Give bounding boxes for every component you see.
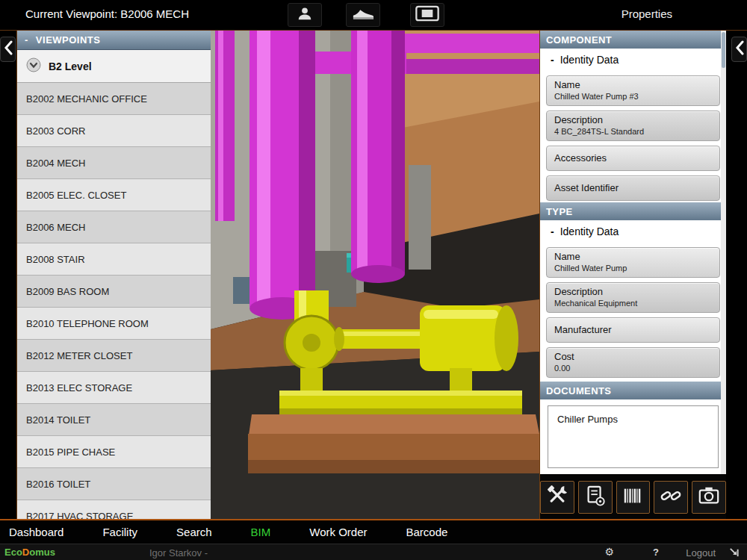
identity-data-label: Identity Data — [560, 225, 619, 237]
ecodomus-logo: EcoDomus — [4, 547, 55, 558]
collapse-left-panel-tab[interactable] — [0, 37, 16, 62]
field-description[interactable]: Description 4 BC_284TS-L Standard — [546, 111, 720, 141]
nav-item-facility[interactable]: Facility — [102, 526, 137, 538]
group-label: B2 Level — [49, 60, 92, 72]
field-label: Name — [554, 251, 712, 262]
top-bar: Current Viewpoint: B2006 MECH Properties — [0, 0, 747, 30]
viewpoint-item[interactable]: B2010 TELEPHONE ROOM — [17, 308, 211, 340]
field-value: 0.00 — [554, 364, 712, 373]
viewpoint-item[interactable]: B2016 TOILET — [17, 468, 211, 500]
viewpoints-header-label: VIEWPOINTS — [36, 34, 101, 46]
barcode-icon — [622, 485, 644, 510]
bottom-nav: Dashboard Facility Search BIM Work Order… — [0, 519, 747, 544]
device-view-button[interactable] — [410, 3, 444, 27]
field-type-description[interactable]: Description Mechanical Equipment — [546, 282, 720, 313]
document-gear-icon — [584, 485, 607, 510]
person-icon — [297, 5, 313, 25]
chevron-left-icon — [4, 40, 13, 58]
viewpoint-item[interactable]: B2008 STAIR — [17, 243, 211, 276]
status-bar: EcoDomus Igor Starkov - ⚙ ? Logout — [0, 544, 747, 560]
logo-part: omus — [29, 547, 55, 558]
viewpoints-panel: - VIEWPOINTS B2 Level B2002 MECHANIC OFF… — [16, 31, 211, 520]
camera-icon — [698, 485, 720, 510]
collapse-icon: - — [551, 225, 554, 237]
field-asset-identifier[interactable]: Asset Identifier — [546, 175, 720, 201]
chevron-down-circle-icon — [26, 57, 41, 75]
viewpoint-group-b2-level[interactable]: B2 Level — [17, 50, 211, 83]
viewpoint-item[interactable]: B2009 BAS ROOM — [17, 276, 211, 308]
field-type-name[interactable]: Name Chilled Water Pump — [546, 247, 720, 278]
link-button[interactable] — [654, 481, 688, 514]
logo-part: Eco — [4, 547, 22, 558]
viewpoint-item[interactable]: B2005 ELEC. CLOSET — [17, 179, 211, 211]
logged-in-user: Igor Starkov - — [149, 547, 208, 559]
field-name[interactable]: Name Chilled Water Pump #3 — [546, 75, 720, 106]
right-edge-strip — [726, 31, 747, 520]
properties-scrollbar[interactable] — [721, 31, 726, 474]
field-value: Chilled Water Pump #3 — [554, 92, 712, 102]
settings-gear-icon[interactable]: ⚙ — [604, 546, 614, 558]
viewpoints-header[interactable]: - VIEWPOINTS — [17, 31, 211, 50]
nav-item-search[interactable]: Search — [176, 526, 212, 538]
current-viewpoint-title: Current Viewpoint: B2006 MECH — [25, 7, 189, 20]
logo-part: D — [22, 547, 29, 558]
barcode-button[interactable] — [616, 481, 651, 514]
field-value: 4 BC_284TS-L Standard — [554, 127, 712, 137]
nav-item-dashboard[interactable]: Dashboard — [9, 526, 63, 538]
viewpoint-item[interactable]: B2006 MECH — [17, 211, 211, 243]
field-manufacturer[interactable]: Manufacturer — [546, 317, 720, 343]
field-label: Manufacturer — [554, 324, 712, 335]
avatar-mode-button[interactable] — [288, 3, 322, 27]
bim-3d-viewport[interactable] — [211, 31, 539, 520]
viewpoint-item[interactable]: B2004 MECH — [17, 147, 211, 179]
nav-item-barcode[interactable]: Barcode — [406, 526, 448, 538]
walk-mode-button[interactable] — [346, 3, 380, 27]
help-button[interactable]: ? — [653, 547, 659, 558]
camera-button[interactable] — [692, 481, 726, 514]
collapse-icon: - — [551, 54, 554, 66]
logout-button[interactable]: Logout — [686, 547, 716, 559]
viewpoint-item[interactable]: B2002 MECHANIC OFFICE — [17, 83, 211, 115]
collapse-right-panel-tab[interactable] — [731, 37, 747, 62]
scrollbar-thumb[interactable] — [722, 32, 725, 68]
actions-toolbar — [539, 474, 726, 520]
component-section-header[interactable]: COMPONENT — [540, 31, 726, 49]
chevron-left-icon — [735, 40, 744, 58]
viewpoint-item[interactable]: B2003 CORR — [17, 115, 211, 147]
viewpoints-list: B2002 MECHANIC OFFICE B2003 CORR B2004 M… — [17, 83, 211, 520]
field-value: Chilled Water Pump — [554, 264, 712, 273]
document-item[interactable]: Chiller Pumps — [548, 405, 719, 468]
link-icon — [660, 485, 682, 510]
tools-button[interactable] — [540, 481, 574, 514]
base-plinth — [248, 414, 539, 473]
viewpoint-item[interactable]: B2017 HVAC STORAGE — [17, 500, 211, 520]
component-identity-row[interactable]: - Identity Data — [540, 49, 726, 71]
type-section-header[interactable]: TYPE — [540, 202, 726, 220]
viewpoint-item[interactable]: B2015 PIPE CHASE — [17, 436, 211, 468]
nav-item-work-order[interactable]: Work Order — [309, 526, 367, 538]
viewpoint-item[interactable]: B2012 METER CLOSET — [17, 340, 211, 372]
documents-area: Chiller Pumps — [540, 399, 726, 474]
field-label: Asset Identifier — [554, 182, 712, 193]
shoe-icon — [352, 6, 374, 24]
field-label: Description — [554, 114, 712, 125]
field-cost[interactable]: Cost 0.00 — [546, 347, 720, 378]
type-identity-row[interactable]: - Identity Data — [540, 220, 726, 243]
field-label: Description — [554, 286, 712, 297]
viewpoint-item[interactable]: B2014 TOILET — [17, 404, 211, 436]
field-label: Cost — [554, 351, 712, 362]
viewpoint-item[interactable]: B2013 ELEC STORAGE — [17, 372, 211, 404]
left-edge-strip — [0, 31, 16, 520]
tablet-icon — [415, 5, 440, 25]
field-value: Mechanical Equipment — [554, 299, 712, 308]
properties-button[interactable]: Properties — [622, 7, 672, 20]
report-button[interactable] — [578, 481, 613, 514]
field-label: Name — [554, 79, 712, 90]
exit-arrow-icon[interactable] — [728, 547, 740, 560]
component-fields: Name Chilled Water Pump #3 Description 4… — [540, 71, 726, 202]
nav-item-bim[interactable]: BIM — [251, 526, 271, 538]
type-fields: Name Chilled Water Pump Description Mech… — [540, 243, 726, 382]
properties-column: COMPONENT - Identity Data Name Chilled W… — [539, 31, 726, 520]
documents-section-header[interactable]: DOCUMENTS — [540, 382, 726, 399]
field-accessories[interactable]: Accessories — [546, 146, 720, 171]
